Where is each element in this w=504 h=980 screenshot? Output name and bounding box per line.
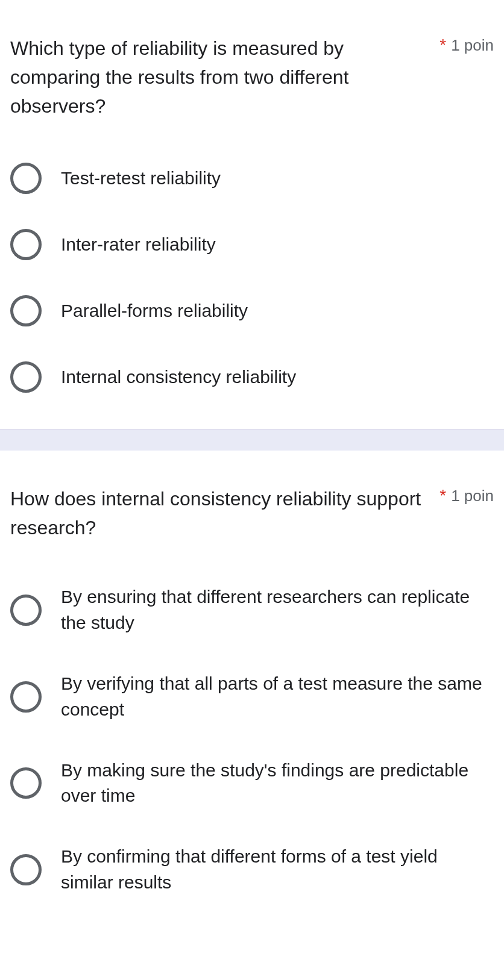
- radio-option[interactable]: By verifying that all parts of a test me…: [10, 671, 494, 723]
- points-label: 1 poin: [451, 487, 494, 505]
- option-label: By making sure the study's findings are …: [61, 758, 494, 810]
- options-group: Test-retest reliability Inter-rater reli…: [10, 163, 494, 393]
- options-group: By ensuring that different researchers c…: [10, 584, 494, 896]
- question-header: Which type of reliability is measured by…: [10, 34, 494, 120]
- option-label: Inter-rater reliability: [61, 232, 216, 258]
- question-title: How does internal consistency reliabilit…: [10, 484, 439, 542]
- radio-icon: [10, 229, 42, 260]
- radio-option[interactable]: By making sure the study's findings are …: [10, 758, 494, 810]
- option-label: Internal consistency reliability: [61, 364, 296, 390]
- question-card: Which type of reliability is measured by…: [0, 0, 504, 429]
- required-indicator: *: [439, 37, 446, 54]
- option-label: By confirming that different forms of a …: [61, 844, 494, 896]
- required-indicator: *: [439, 487, 446, 504]
- radio-option[interactable]: Inter-rater reliability: [10, 229, 494, 260]
- question-meta: * 1 poin: [439, 484, 494, 505]
- question-title: Which type of reliability is measured by…: [10, 34, 439, 120]
- radio-icon: [10, 361, 42, 393]
- divider: [0, 429, 504, 451]
- question-meta: * 1 poin: [439, 34, 494, 55]
- question-header: How does internal consistency reliabilit…: [10, 484, 494, 542]
- radio-option[interactable]: Parallel-forms reliability: [10, 295, 494, 326]
- radio-icon: [10, 767, 42, 799]
- option-label: Parallel-forms reliability: [61, 298, 248, 324]
- radio-option[interactable]: By confirming that different forms of a …: [10, 844, 494, 896]
- radio-option[interactable]: Internal consistency reliability: [10, 361, 494, 393]
- radio-icon: [10, 854, 42, 885]
- radio-icon: [10, 163, 42, 194]
- radio-icon: [10, 295, 42, 326]
- points-label: 1 poin: [451, 36, 494, 55]
- radio-icon: [10, 681, 42, 713]
- radio-icon: [10, 595, 42, 626]
- option-label: Test-retest reliability: [61, 166, 221, 192]
- question-card: How does internal consistency reliabilit…: [0, 451, 504, 932]
- option-label: By ensuring that different researchers c…: [61, 584, 494, 636]
- option-label: By verifying that all parts of a test me…: [61, 671, 494, 723]
- radio-option[interactable]: Test-retest reliability: [10, 163, 494, 194]
- radio-option[interactable]: By ensuring that different researchers c…: [10, 584, 494, 636]
